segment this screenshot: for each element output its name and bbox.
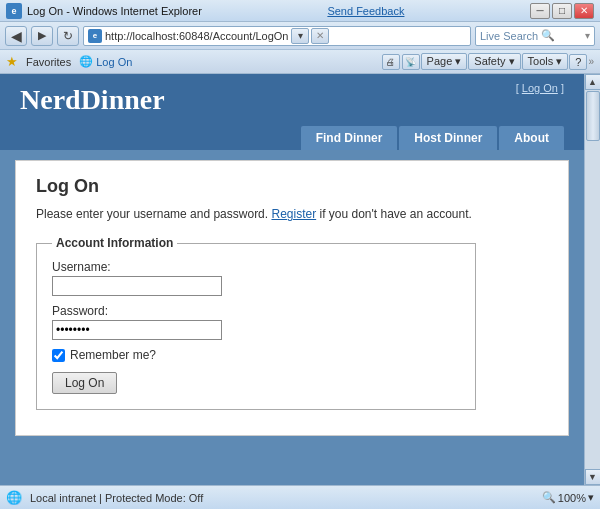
scroll-up-button[interactable]: ▲: [585, 74, 601, 90]
password-input[interactable]: [52, 320, 222, 340]
status-icon: 🌐: [6, 490, 22, 505]
back-button[interactable]: ◀: [5, 26, 27, 46]
live-search-label: Live Search: [480, 30, 538, 42]
help-button[interactable]: ?: [569, 54, 587, 70]
site-title: NerdDinner: [20, 84, 564, 116]
scroll-track[interactable]: [585, 90, 600, 469]
remember-me-checkbox[interactable]: [52, 349, 65, 362]
search-icon: 🔍: [541, 29, 555, 42]
username-input[interactable]: [52, 276, 222, 296]
remember-me-group: Remember me?: [52, 348, 460, 362]
register-prefix: Please enter your username and password.: [36, 207, 271, 221]
scroll-down-button[interactable]: ▼: [585, 469, 601, 485]
url-text: http://localhost:60848/Account/LogOn: [105, 30, 288, 42]
nav-tabs: Find Dinner Host Dinner About: [0, 126, 584, 150]
address-bar: ◀ ▶ ↻ e http://localhost:60848/Account/L…: [0, 22, 600, 50]
safety-button[interactable]: Safety ▾: [468, 53, 520, 70]
content-area: Log On Please enter your username and pa…: [0, 150, 584, 446]
close-button[interactable]: ✕: [574, 3, 594, 19]
about-tab[interactable]: About: [499, 126, 564, 150]
tools-button[interactable]: Tools ▾: [522, 53, 569, 70]
register-link[interactable]: Register: [271, 207, 316, 221]
page-icon: e: [88, 29, 102, 43]
username-label: Username:: [52, 260, 460, 274]
fieldset-legend: Account Information: [52, 236, 177, 250]
find-dinner-tab[interactable]: Find Dinner: [301, 126, 398, 150]
refresh-button[interactable]: ↻: [57, 26, 79, 46]
ie-icon: e: [6, 3, 22, 19]
dropdown-arrow[interactable]: ▾: [291, 28, 309, 44]
status-text: Local intranet | Protected Mode: Off: [30, 492, 203, 504]
forward-button[interactable]: ▶: [31, 26, 53, 46]
live-search-box[interactable]: Live Search 🔍 ▾: [475, 26, 595, 46]
login-link[interactable]: Log On: [522, 82, 558, 94]
toolbar-overflow[interactable]: »: [588, 56, 594, 67]
minimize-button[interactable]: ─: [530, 3, 550, 19]
site-header: NerdDinner [ Log On ]: [0, 74, 584, 126]
remember-me-label: Remember me?: [70, 348, 156, 362]
favorites-logon-item[interactable]: 🌐 Log On: [79, 55, 132, 68]
account-information-fieldset: Account Information Username: Password: …: [36, 236, 476, 410]
window-controls: ─ □ ✕: [530, 3, 594, 19]
username-field-group: Username:: [52, 260, 460, 296]
status-bar: 🌐 Local intranet | Protected Mode: Off 🔍…: [0, 485, 600, 509]
register-suffix: if you don't have an account.: [316, 207, 472, 221]
page-button[interactable]: Page ▾: [421, 53, 468, 70]
scrollbar: ▲ ▼: [584, 74, 600, 485]
status-right: 🔍 100% ▾: [542, 491, 594, 504]
favorites-label: Favorites: [26, 56, 71, 68]
zoom-button[interactable]: 🔍 100% ▾: [542, 491, 594, 504]
zoom-level: 100%: [558, 492, 586, 504]
browser-content: NerdDinner [ Log On ] Find Dinner Host D…: [0, 74, 600, 485]
fav-ie-icon: 🌐: [79, 55, 93, 68]
password-label: Password:: [52, 304, 460, 318]
title-bar: e Log On - Windows Internet Explorer Sen…: [0, 0, 600, 22]
password-field-group: Password:: [52, 304, 460, 340]
rss-icon[interactable]: 📡: [402, 54, 420, 70]
toolbar-right: 🖨 📡 Page ▾ Safety ▾ Tools ▾ ? »: [382, 53, 594, 70]
title-bar-left: e Log On - Windows Internet Explorer: [6, 3, 202, 19]
favorites-bar: ★ Favorites 🌐 Log On 🖨 📡 Page ▾ Safety ▾…: [0, 50, 600, 74]
zoom-arrow-icon: ▾: [588, 491, 594, 504]
print-icon[interactable]: 🖨: [382, 54, 400, 70]
maximize-button[interactable]: □: [552, 3, 572, 19]
page-heading: Log On: [36, 176, 548, 197]
login-bracket-close: ]: [558, 82, 564, 94]
window-title: Log On - Windows Internet Explorer: [27, 5, 202, 17]
search-dropdown[interactable]: ▾: [585, 30, 590, 41]
favorites-star-icon: ★: [6, 54, 18, 69]
register-text: Please enter your username and password.…: [36, 207, 548, 221]
fav-logon-label: Log On: [96, 56, 132, 68]
host-dinner-tab[interactable]: Host Dinner: [399, 126, 497, 150]
page-area: NerdDinner [ Log On ] Find Dinner Host D…: [0, 74, 584, 485]
log-on-button[interactable]: Log On: [52, 372, 117, 394]
header-login: [ Log On ]: [516, 82, 564, 94]
stop-button[interactable]: ✕: [311, 28, 329, 44]
scroll-thumb[interactable]: [586, 91, 600, 141]
send-feedback-link[interactable]: Send Feedback: [327, 5, 404, 17]
address-box[interactable]: e http://localhost:60848/Account/LogOn ▾…: [83, 26, 471, 46]
zoom-icon: 🔍: [542, 491, 556, 504]
white-box: Log On Please enter your username and pa…: [15, 160, 569, 436]
